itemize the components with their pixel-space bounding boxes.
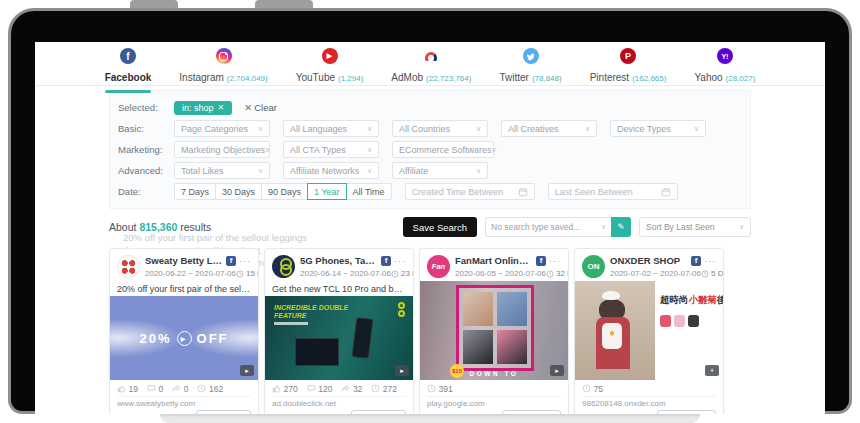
dropdown-languages[interactable]: All Languages∨	[283, 120, 379, 137]
tab-youtube[interactable]: ▶ YouTube(1,294)	[296, 48, 364, 86]
video-badge-icon: ▸	[240, 365, 254, 376]
ad-text: 20% off your first pair of the sellout l…	[110, 281, 258, 296]
date-7-days[interactable]: 7 Days	[174, 183, 216, 200]
clock-icon	[371, 384, 380, 393]
save-search-button[interactable]: Save Search	[403, 217, 477, 237]
page-title[interactable]: FanMart Online Shopping - F...	[455, 255, 533, 266]
platform-tabbar: f Facebook Instagram(2,704,049) ▶ YouTub…	[35, 42, 825, 86]
clear-filters-button[interactable]: ✕Clear	[244, 102, 277, 113]
ad-creative-image[interactable]: INCREDIBLE DOUBLE FEATURE ▸	[265, 296, 413, 380]
chevron-down-icon: ∨	[367, 167, 372, 175]
pencil-icon: ✎	[617, 222, 625, 232]
tab-count: (2,704,049)	[227, 74, 268, 83]
tab-twitter[interactable]: Twitter(78,848)	[499, 48, 561, 86]
date-1-year[interactable]: 1 Year	[307, 183, 347, 200]
avatar: ON	[582, 255, 605, 278]
video-badge-icon: ▸	[395, 365, 409, 376]
ad-domain[interactable]: ad.doubleclick.net	[272, 396, 406, 408]
calendar-icon	[661, 187, 671, 197]
dropdown-page-categories[interactable]: Page Categories∨	[174, 120, 270, 137]
date-range: 2020-06-14 ~ 2020-07-06	[300, 269, 391, 278]
avatar	[117, 255, 140, 278]
chevron-down-icon: ∨	[601, 223, 606, 231]
chevron-down-icon: ∨	[492, 146, 497, 154]
date-range: 2020-06-22 ~ 2020-07-06	[145, 269, 236, 278]
comment-icon	[307, 384, 316, 393]
ad-text: Get the new TCL 10 Pro and bag a free TC…	[265, 281, 413, 296]
filter-panel: Selected: in: shop ✕ ✕Clear Basic: Page …	[109, 90, 751, 209]
date-all-time[interactable]: All Time	[346, 183, 392, 200]
created-time-input[interactable]: Created Time Between	[405, 183, 535, 200]
ad-creative-image[interactable]: $15 DOWN TO ▸	[420, 281, 568, 380]
tab-pinterest[interactable]: P Pinterest(162,665)	[590, 48, 667, 86]
tab-label: AdMob	[391, 72, 423, 83]
saved-search-dropdown[interactable]: No search type saved... ∨	[485, 217, 611, 237]
chip-remove-icon[interactable]: ✕	[218, 103, 225, 112]
sort-dropdown[interactable]: Sort By Last Seen ∨	[639, 217, 751, 237]
facebook-icon: f	[226, 256, 236, 266]
dropdown-device-types[interactable]: Device Types∨	[610, 120, 706, 137]
duration: 23 Days	[401, 269, 414, 278]
advanced-row: Advanced: Total Likes∨ Affiliate Network…	[118, 161, 742, 180]
dropdown-marketing-objectives[interactable]: Marketing Objectives∨	[174, 141, 270, 158]
ad-creative-image[interactable]: 20% ▶ OFF ▸	[110, 296, 258, 380]
ad-domain[interactable]: www.sweatybetty.com	[117, 396, 251, 408]
dropdown-total-likes[interactable]: Total Likes∨	[174, 162, 270, 179]
ellipsis-menu[interactable]: ···	[394, 256, 406, 266]
saved-search-group: No search type saved... ∨ ✎	[485, 217, 631, 237]
tab-yahoo[interactable]: Y! Yahoo(28,027)	[694, 48, 755, 86]
chevron-down-icon: ∨	[694, 125, 699, 133]
ellipsis-menu[interactable]: ···	[549, 256, 561, 266]
selected-filter-chip[interactable]: in: shop ✕	[174, 101, 232, 115]
tab-count: (22,723,764)	[426, 74, 471, 83]
last-seen-input[interactable]: Last Seen Between	[548, 183, 678, 200]
dropdown-countries[interactable]: All Countries∨	[392, 120, 488, 137]
like-icon	[117, 384, 126, 393]
tab-label: Facebook	[105, 72, 152, 83]
dropdown-creatives[interactable]: All Creatives∨	[501, 120, 597, 137]
page-title[interactable]: 5G Phones, Tablets & SIMs | ...	[300, 255, 378, 266]
edit-saved-search-button[interactable]: ✎	[611, 217, 631, 237]
chevron-down-icon: ∨	[476, 125, 481, 133]
clear-x-icon: ✕	[244, 102, 252, 113]
facebook-icon: f	[381, 256, 391, 266]
ellipsis-menu[interactable]: ···	[239, 256, 251, 266]
chevron-down-icon: ∨	[739, 223, 744, 231]
marketing-label: Marketing:	[118, 144, 174, 155]
ad-domain[interactable]: 986208148.onxder.com	[582, 396, 716, 408]
chevron-down-icon: ∨	[258, 125, 263, 133]
page-title[interactable]: ONXDER SHOP	[610, 255, 688, 266]
tab-admob[interactable]: AdMob(22,723,764)	[391, 48, 471, 86]
share-icon	[341, 384, 350, 393]
dropdown-ecommerce-softwares[interactable]: ECommerce Softwares∨	[392, 141, 494, 158]
date-30-days[interactable]: 30 Days	[215, 183, 262, 200]
dropdown-affiliate[interactable]: Affiliate∨	[392, 162, 488, 179]
page-title[interactable]: Sweaty Betty London | Wom...	[145, 255, 223, 266]
tab-instagram[interactable]: Instagram(2,704,049)	[179, 48, 267, 86]
ad-creative-image[interactable]: 超時尚小雛菊後背包 +	[575, 281, 723, 380]
duration: 15 Days	[246, 269, 259, 278]
dropdown-affiliate-networks[interactable]: Affiliate Networks∨	[283, 162, 379, 179]
dropdown-cta-types[interactable]: All CTA Types∨	[283, 141, 379, 158]
app-screen: f Facebook Instagram(2,704,049) ▶ YouTub…	[35, 42, 825, 414]
laptop-mockup: f Facebook Instagram(2,704,049) ▶ YouTub…	[0, 0, 860, 423]
comment-icon	[147, 384, 156, 393]
date-90-days[interactable]: 90 Days	[261, 183, 308, 200]
tab-facebook[interactable]: f Facebook	[105, 48, 152, 86]
clock-icon	[236, 270, 244, 278]
duration: 32 Days	[556, 269, 569, 278]
chevron-down-icon: ∨	[585, 125, 590, 133]
ad-domain[interactable]: play.google.com	[427, 396, 561, 408]
stats-row: 19 0 0 162	[110, 380, 258, 394]
active-tab-underline	[105, 90, 151, 93]
yahoo-icon: Y!	[717, 48, 733, 64]
chevron-down-icon: ∨	[367, 125, 372, 133]
phone-graphic	[352, 317, 374, 359]
basic-row: Basic: Page Categories∨ All Languages∨ A…	[118, 119, 742, 138]
date-row: Date: 7 Days 30 Days 90 Days 1 Year All …	[118, 182, 742, 201]
tab-label: Yahoo	[694, 72, 722, 83]
tab-label: YouTube	[296, 72, 335, 83]
chevron-down-icon: ∨	[265, 146, 270, 154]
ellipsis-menu[interactable]: ···	[704, 256, 716, 266]
tab-count: (162,665)	[632, 74, 666, 83]
